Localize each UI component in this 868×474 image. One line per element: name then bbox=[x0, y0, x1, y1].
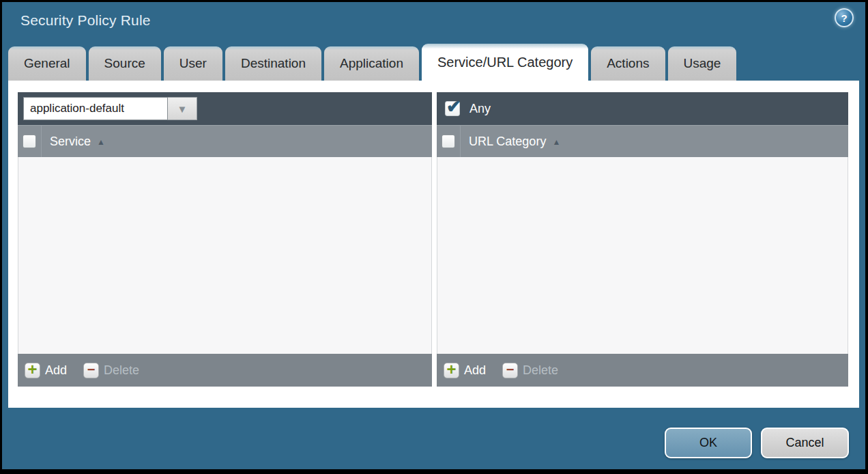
service-column-header[interactable]: Service ▲ bbox=[42, 126, 105, 157]
url-category-delete-button[interactable]: − Delete bbox=[502, 363, 558, 378]
cancel-button[interactable]: Cancel bbox=[761, 428, 849, 458]
service-panel-footer: + Add − Delete bbox=[18, 354, 432, 387]
service-column-label: Service bbox=[50, 135, 91, 149]
service-select-all-cell bbox=[18, 126, 42, 157]
dialog-button-bar: OK Cancel bbox=[665, 428, 849, 458]
url-category-add-button[interactable]: + Add bbox=[444, 363, 486, 378]
url-category-panel-header: ✔ Any bbox=[437, 92, 848, 125]
delete-icon[interactable]: − bbox=[502, 363, 518, 378]
service-type-dropdown[interactable]: application-default ▼ bbox=[23, 97, 197, 120]
ok-button[interactable]: OK bbox=[665, 428, 752, 458]
delete-icon[interactable]: − bbox=[83, 363, 99, 378]
service-delete-button[interactable]: − Delete bbox=[83, 363, 139, 378]
plus-glyph: + bbox=[446, 361, 456, 378]
minus-glyph: − bbox=[87, 363, 96, 376]
tab-content: application-default ▼ Service ▲ bbox=[8, 81, 859, 408]
tab-service-url-category[interactable]: Service/URL Category bbox=[422, 44, 588, 81]
url-category-list-body[interactable] bbox=[437, 157, 848, 354]
tab-usage[interactable]: Usage bbox=[668, 46, 737, 81]
url-category-panel: ✔ Any URL Category ▲ + Add bbox=[437, 92, 848, 387]
service-add-button[interactable]: + Add bbox=[25, 363, 67, 378]
minus-glyph: − bbox=[506, 363, 515, 376]
sort-asc-icon: ▲ bbox=[97, 136, 105, 147]
service-panel: application-default ▼ Service ▲ bbox=[18, 92, 432, 387]
url-category-panel-footer: + Add − Delete bbox=[437, 354, 848, 387]
dialog-title: Security Policy Rule bbox=[20, 12, 151, 29]
add-icon[interactable]: + bbox=[25, 363, 40, 378]
tab-source[interactable]: Source bbox=[89, 46, 161, 81]
tab-general[interactable]: General bbox=[8, 46, 86, 81]
service-add-label: Add bbox=[45, 363, 67, 378]
tab-bar: General Source User Destination Applicat… bbox=[2, 42, 865, 81]
chevron-down-icon: ▼ bbox=[177, 103, 188, 115]
help-icon[interactable]: ? bbox=[835, 8, 854, 27]
url-category-select-all-cell bbox=[437, 126, 461, 157]
url-category-column-header[interactable]: URL Category ▲ bbox=[461, 126, 560, 157]
titlebar: Security Policy Rule ? bbox=[2, 2, 865, 42]
service-panel-header: application-default ▼ bbox=[18, 92, 432, 125]
security-policy-rule-dialog: Security Policy Rule ? General Source Us… bbox=[2, 2, 865, 469]
url-category-select-all-checkbox[interactable] bbox=[442, 135, 455, 148]
service-type-dropdown-value[interactable]: application-default bbox=[23, 97, 168, 120]
plus-glyph: + bbox=[27, 361, 37, 378]
url-category-column-header-row: URL Category ▲ bbox=[437, 125, 848, 157]
checkmark-icon: ✔ bbox=[446, 96, 461, 117]
service-column-header-row: Service ▲ bbox=[18, 125, 432, 157]
service-type-dropdown-button[interactable]: ▼ bbox=[168, 97, 197, 120]
url-category-column-label: URL Category bbox=[469, 135, 546, 149]
any-checkbox[interactable]: ✔ bbox=[445, 101, 460, 116]
service-select-all-checkbox[interactable] bbox=[23, 135, 36, 148]
help-glyph: ? bbox=[841, 12, 847, 24]
url-category-delete-label: Delete bbox=[523, 363, 558, 378]
add-icon[interactable]: + bbox=[444, 363, 459, 378]
any-label: Any bbox=[469, 102, 491, 116]
tab-application[interactable]: Application bbox=[324, 46, 419, 81]
service-delete-label: Delete bbox=[104, 363, 139, 378]
tab-destination[interactable]: Destination bbox=[225, 46, 321, 81]
tab-user[interactable]: User bbox=[164, 46, 222, 81]
service-list-body[interactable] bbox=[18, 157, 432, 354]
tab-actions[interactable]: Actions bbox=[591, 46, 665, 81]
sort-asc-icon: ▲ bbox=[552, 136, 560, 147]
url-category-add-label: Add bbox=[464, 363, 486, 378]
